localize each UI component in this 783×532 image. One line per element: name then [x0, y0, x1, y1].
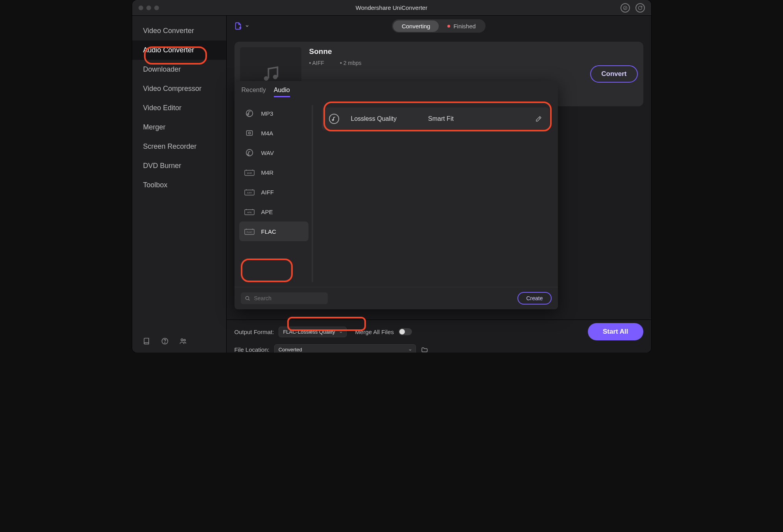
unread-dot-icon [447, 25, 450, 28]
sidebar-item-video-converter[interactable]: Video Converter [132, 21, 226, 41]
format-label: WAV [261, 150, 274, 156]
format-item-aiff[interactable]: AIFF AIFF [239, 182, 308, 202]
tab-finished[interactable]: Finished [439, 20, 484, 32]
m4r-badge-icon: M4R [244, 168, 255, 177]
music-circle-icon [329, 114, 339, 124]
popover-tab-recently[interactable]: Recently [242, 87, 266, 97]
sidebar-item-merger[interactable]: Merger [132, 118, 226, 137]
start-all-button[interactable]: Start All [588, 323, 643, 340]
file-location-select[interactable]: Converted [274, 344, 416, 353]
sidebar-item-audio-converter[interactable]: Audio Converter [132, 41, 226, 60]
format-item-wav[interactable]: WAV [239, 143, 308, 163]
titlebar: Wondershare UniConverter [132, 0, 651, 16]
ape-badge-icon: APE [244, 207, 255, 216]
svg-point-17 [246, 296, 249, 299]
account-icon[interactable] [620, 3, 630, 13]
convert-button[interactable]: Convert [590, 65, 637, 83]
format-item-m4a[interactable]: M4A [239, 123, 308, 143]
sidebar-item-video-compressor[interactable]: Video Compressor [132, 79, 226, 98]
file-location-value: Converted [279, 347, 302, 353]
search-icon [245, 296, 250, 301]
traffic-minimize[interactable] [146, 6, 151, 10]
output-format-select[interactable]: FLAC-Lossless Quality [279, 327, 346, 337]
feedback-icon[interactable] [635, 3, 645, 13]
svg-point-8 [246, 150, 253, 156]
track-bitrate: 2 mbps [340, 60, 362, 66]
music-note-icon [262, 65, 280, 83]
open-folder-button[interactable] [421, 346, 428, 353]
format-label: MP3 [261, 110, 273, 117]
output-format-value: FLAC-Lossless Quality [283, 329, 335, 335]
sidebar-item-label: Screen Recorder [143, 142, 197, 150]
quality-fit: Smart Fit [428, 115, 454, 122]
svg-text:AIFF: AIFF [247, 192, 252, 194]
tab-converting[interactable]: Converting [393, 20, 439, 32]
tab-label: Finished [453, 23, 476, 30]
disc-icon [244, 129, 255, 137]
format-item-ape[interactable]: APE APE [239, 202, 308, 222]
sidebar-item-downloader[interactable]: Downloader [132, 60, 226, 79]
help-icon[interactable] [161, 337, 169, 345]
svg-text:FLAC: FLAC [246, 231, 252, 233]
main-toolbar: Converting Finished [227, 16, 651, 36]
sidebar-item-label: Audio Converter [143, 46, 194, 54]
aiff-badge-icon: AIFF [244, 188, 255, 196]
track-title: Sonne [309, 47, 583, 56]
merge-toggle[interactable] [399, 328, 412, 335]
output-format-label: Output Format: [235, 329, 274, 335]
traffic-zoom[interactable] [154, 6, 159, 10]
traffic-close[interactable] [139, 6, 143, 10]
format-label: AIFF [261, 189, 274, 196]
svg-point-2 [164, 343, 165, 343]
format-label: M4A [261, 130, 273, 137]
quality-row[interactable]: Lossless Quality Smart Fit [322, 107, 549, 130]
merge-label: Merge All Files [355, 329, 394, 335]
quality-label: Lossless Quality [351, 115, 397, 122]
svg-rect-6 [246, 131, 252, 135]
sidebar: Video Converter Audio Converter Download… [132, 16, 227, 353]
sidebar-item-label: Downloader [143, 65, 181, 73]
sidebar-item-label: Video Compressor [143, 85, 202, 92]
sidebar-item-video-editor[interactable]: Video Editor [132, 98, 226, 118]
quality-pane: Lossless Quality Smart Fit [313, 100, 558, 287]
bottom-bar: Output Format: FLAC-Lossless Quality Mer… [227, 320, 651, 353]
edit-quality-button[interactable] [535, 115, 542, 122]
format-item-m4r[interactable]: M4R M4R [239, 163, 308, 182]
sidebar-item-dvd-burner[interactable]: DVD Burner [132, 156, 226, 175]
svg-point-5 [246, 110, 253, 117]
svg-text:M4R: M4R [247, 172, 252, 174]
svg-text:APE: APE [247, 211, 251, 214]
create-preset-button[interactable]: Create [517, 292, 551, 305]
music-circle-icon [244, 109, 255, 118]
format-label: APE [261, 209, 273, 215]
sidebar-item-toolbox[interactable]: Toolbox [132, 175, 226, 195]
format-list[interactable]: MP3 M4A WAV M4R M4R AIFF AIFF [235, 100, 312, 287]
music-circle-icon [244, 148, 255, 157]
format-search-input[interactable] [253, 295, 324, 302]
sidebar-item-label: Toolbox [143, 181, 168, 189]
add-files-button[interactable] [234, 21, 249, 31]
sidebar-item-label: Merger [143, 123, 166, 131]
sidebar-item-label: Video Converter [143, 27, 194, 35]
tab-label: Converting [402, 23, 430, 30]
format-item-flac[interactable]: FLAC FLAC [239, 222, 308, 241]
svg-point-7 [248, 132, 250, 134]
status-segmented: Converting Finished [392, 19, 486, 33]
track-format: AIFF [309, 60, 324, 66]
sidebar-item-label: DVD Burner [143, 162, 181, 170]
community-icon[interactable] [179, 337, 187, 345]
format-search[interactable] [241, 292, 328, 304]
format-popover: Recently Audio MP3 M4A WAV M4R [235, 81, 558, 309]
popover-footer: Create [235, 287, 558, 309]
format-item-mp3[interactable]: MP3 [239, 103, 308, 123]
sidebar-footer [132, 330, 226, 353]
tutorial-icon[interactable] [142, 337, 151, 345]
flac-badge-icon: FLAC [244, 227, 255, 236]
popover-tab-audio[interactable]: Audio [274, 87, 290, 97]
svg-point-4 [184, 339, 185, 341]
sidebar-item-label: Video Editor [143, 104, 182, 112]
format-label: M4R [261, 169, 274, 176]
format-label: FLAC [261, 228, 276, 235]
popover-tabs: Recently Audio [235, 81, 558, 100]
sidebar-item-screen-recorder[interactable]: Screen Recorder [132, 137, 226, 156]
